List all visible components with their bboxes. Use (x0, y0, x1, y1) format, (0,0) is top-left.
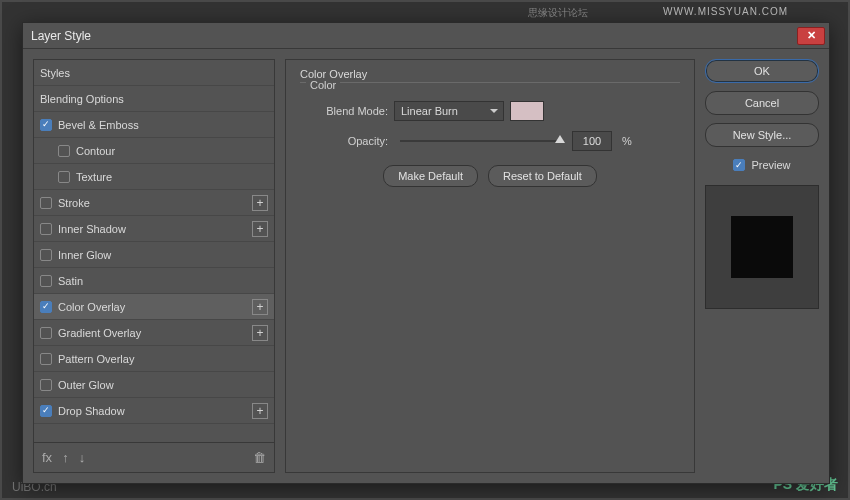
sidebar-item-contour[interactable]: Contour (34, 138, 274, 164)
pattern-overlay-checkbox[interactable] (40, 353, 52, 365)
opacity-unit: % (622, 135, 632, 147)
ok-button[interactable]: OK (705, 59, 819, 83)
sidebar-item-inner-glow[interactable]: Inner Glow (34, 242, 274, 268)
cancel-button[interactable]: Cancel (705, 91, 819, 115)
sidebar-item-bevel-emboss[interactable]: Bevel & Emboss (34, 112, 274, 138)
close-button[interactable]: ✕ (797, 27, 825, 45)
satin-checkbox[interactable] (40, 275, 52, 287)
opacity-input[interactable] (572, 131, 612, 151)
preview-canvas (705, 185, 819, 309)
inner-shadow-checkbox[interactable] (40, 223, 52, 235)
action-panel: OK Cancel New Style... Preview (705, 59, 819, 473)
inner-glow-label: Inner Glow (58, 249, 268, 261)
preview-swatch (731, 216, 793, 278)
preview-label: Preview (751, 159, 790, 171)
move-up-icon[interactable]: ↑ (62, 450, 69, 465)
satin-label: Satin (58, 275, 268, 287)
color-overlay-label: Color Overlay (58, 301, 252, 313)
outer-glow-checkbox[interactable] (40, 379, 52, 391)
stroke-label: Stroke (58, 197, 252, 209)
sidebar-item-pattern-overlay[interactable]: Pattern Overlay (34, 346, 274, 372)
opacity-slider-thumb[interactable] (555, 135, 565, 143)
inner-shadow-label: Inner Shadow (58, 223, 252, 235)
watermark-top-right: WWW.MISSYUAN.COM (663, 6, 788, 17)
dialog-title: Layer Style (31, 29, 91, 43)
move-down-icon[interactable]: ↓ (79, 450, 86, 465)
sidebar-item-drop-shadow[interactable]: Drop Shadow + (34, 398, 274, 424)
drop-shadow-label: Drop Shadow (58, 405, 252, 417)
stroke-checkbox[interactable] (40, 197, 52, 209)
effects-footer: fx ↑ ↓ 🗑 (34, 442, 274, 472)
color-swatch[interactable] (510, 101, 544, 121)
add-inner-shadow-icon[interactable]: + (252, 221, 268, 237)
watermark-top-center: 思缘设计论坛 (528, 6, 588, 20)
layer-style-dialog: Layer Style ✕ Styles Blending Options Be (22, 22, 830, 484)
sidebar-item-gradient-overlay[interactable]: Gradient Overlay + (34, 320, 274, 346)
sidebar-item-blending-options[interactable]: Blending Options (34, 86, 274, 112)
add-drop-shadow-icon[interactable]: + (252, 403, 268, 419)
close-icon: ✕ (807, 29, 816, 42)
bevel-emboss-label: Bevel & Emboss (58, 119, 268, 131)
blend-mode-label: Blend Mode: (300, 105, 388, 117)
blend-mode-select[interactable]: Linear Burn (394, 101, 504, 121)
make-default-button[interactable]: Make Default (383, 165, 478, 187)
gradient-overlay-checkbox[interactable] (40, 327, 52, 339)
add-color-overlay-icon[interactable]: + (252, 299, 268, 315)
color-overlay-checkbox[interactable] (40, 301, 52, 313)
outer-glow-label: Outer Glow (58, 379, 268, 391)
drop-shadow-checkbox[interactable] (40, 405, 52, 417)
opacity-label: Opacity: (300, 135, 388, 147)
titlebar: Layer Style ✕ (23, 23, 829, 49)
preview-toggle[interactable]: Preview (705, 159, 819, 171)
blending-options-label: Blending Options (40, 93, 268, 105)
reset-default-button[interactable]: Reset to Default (488, 165, 597, 187)
sidebar-item-color-overlay[interactable]: Color Overlay + (34, 294, 274, 320)
color-group-label: Color (306, 79, 340, 91)
texture-checkbox[interactable] (58, 171, 70, 183)
inner-glow-checkbox[interactable] (40, 249, 52, 261)
fx-menu-icon[interactable]: fx (42, 450, 52, 465)
preview-checkbox[interactable] (733, 159, 745, 171)
gradient-overlay-label: Gradient Overlay (58, 327, 252, 339)
trash-icon[interactable]: 🗑 (253, 450, 266, 465)
add-stroke-icon[interactable]: + (252, 195, 268, 211)
sidebar-item-texture[interactable]: Texture (34, 164, 274, 190)
sidebar-item-stroke[interactable]: Stroke + (34, 190, 274, 216)
opacity-slider[interactable] (400, 140, 560, 142)
blend-mode-value: Linear Burn (401, 105, 458, 117)
new-style-button[interactable]: New Style... (705, 123, 819, 147)
sidebar-item-outer-glow[interactable]: Outer Glow (34, 372, 274, 398)
contour-label: Contour (76, 145, 268, 157)
add-gradient-overlay-icon[interactable]: + (252, 325, 268, 341)
contour-checkbox[interactable] (58, 145, 70, 157)
section-title: Color Overlay (300, 68, 680, 80)
bevel-emboss-checkbox[interactable] (40, 119, 52, 131)
styles-label: Styles (40, 67, 268, 79)
texture-label: Texture (76, 171, 268, 183)
sidebar-item-satin[interactable]: Satin (34, 268, 274, 294)
sidebar-item-inner-shadow[interactable]: Inner Shadow + (34, 216, 274, 242)
sidebar-item-styles[interactable]: Styles (34, 60, 274, 86)
effects-sidebar: Styles Blending Options Bevel & Emboss C… (33, 59, 275, 473)
settings-panel: Color Overlay Color Blend Mode: Linear B… (285, 59, 695, 473)
pattern-overlay-label: Pattern Overlay (58, 353, 268, 365)
